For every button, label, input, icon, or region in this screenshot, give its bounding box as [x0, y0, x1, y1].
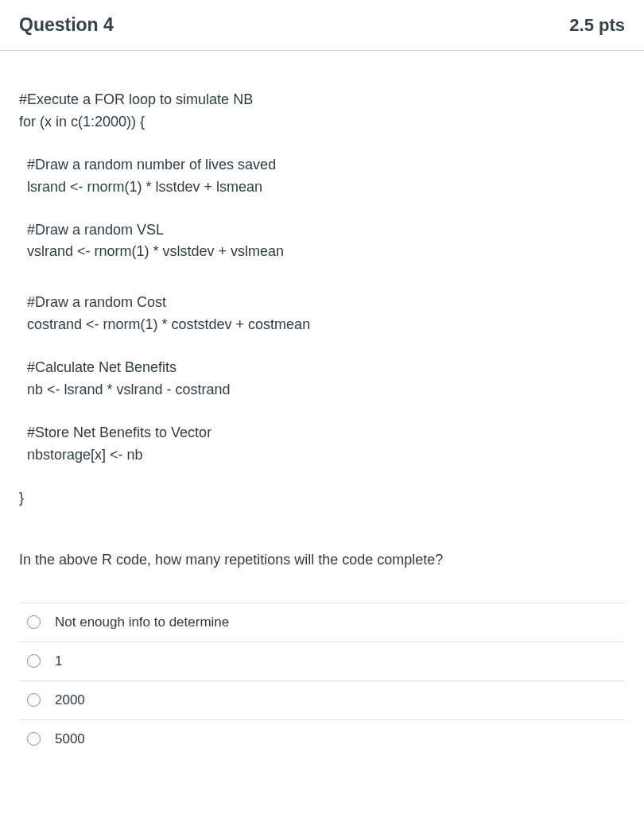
code-section-loop: #Execute a FOR loop to simulate NB for (… [19, 89, 625, 134]
question-container: Question 4 2.5 pts #Execute a FOR loop t… [0, 0, 644, 766]
code-line: } [19, 487, 625, 510]
radio-option-1[interactable] [27, 654, 41, 668]
code-section-lives: #Draw a random number of lives saved lsr… [19, 154, 625, 199]
option-row[interactable]: 2000 [19, 680, 625, 719]
code-line: for (x in c(1:2000)) { [19, 111, 625, 134]
code-line: #Calculate Net Benefits [27, 357, 625, 379]
code-line: lsrand <- rnorm(1) * lsstdev + lsmean [27, 176, 625, 199]
code-section-store: #Store Net Benefits to Vector nbstorage[… [19, 422, 625, 467]
code-section-vsl: #Draw a random VSL vslrand <- rnorm(1) *… [19, 219, 625, 264]
question-body: #Execute a FOR loop to simulate NB for (… [0, 51, 644, 766]
code-line: #Execute a FOR loop to simulate NB [19, 89, 625, 111]
option-label: Not enough info to determine [55, 614, 229, 630]
question-prompt: In the above R code, how many repetition… [19, 549, 625, 571]
code-line: #Draw a random number of lives saved [27, 154, 625, 176]
code-line: nb <- lsrand * vslrand - costrand [27, 379, 625, 401]
option-row[interactable]: Not enough info to determine [19, 603, 625, 642]
option-label: 2000 [55, 692, 85, 708]
code-section-cost: #Draw a random Cost costrand <- rnorm(1)… [19, 292, 625, 336]
code-line: #Draw a random VSL [27, 219, 625, 242]
code-line: vslrand <- rnorm(1) * vslstdev + vslmean [27, 241, 625, 263]
question-points: 2.5 pts [569, 15, 625, 36]
question-title: Question 4 [19, 14, 114, 36]
option-row[interactable]: 5000 [19, 719, 625, 758]
code-line: #Store Net Benefits to Vector [27, 422, 625, 444]
radio-option-0[interactable] [27, 615, 41, 629]
code-section-end: } [19, 487, 625, 510]
code-section-netbenefits: #Calculate Net Benefits nb <- lsrand * v… [19, 357, 625, 401]
code-line: nbstorage[x] <- nb [27, 444, 625, 467]
option-label: 5000 [55, 731, 85, 747]
radio-option-3[interactable] [27, 732, 41, 746]
option-row[interactable]: 1 [19, 642, 625, 680]
code-block: #Execute a FOR loop to simulate NB for (… [19, 89, 625, 510]
radio-option-2[interactable] [27, 693, 41, 707]
code-line: costrand <- rnorm(1) * coststdev + costm… [27, 314, 625, 336]
options-list: Not enough info to determine 1 2000 5000 [19, 603, 625, 758]
question-header: Question 4 2.5 pts [0, 0, 644, 51]
code-line: #Draw a random Cost [27, 292, 625, 314]
option-label: 1 [55, 653, 62, 669]
